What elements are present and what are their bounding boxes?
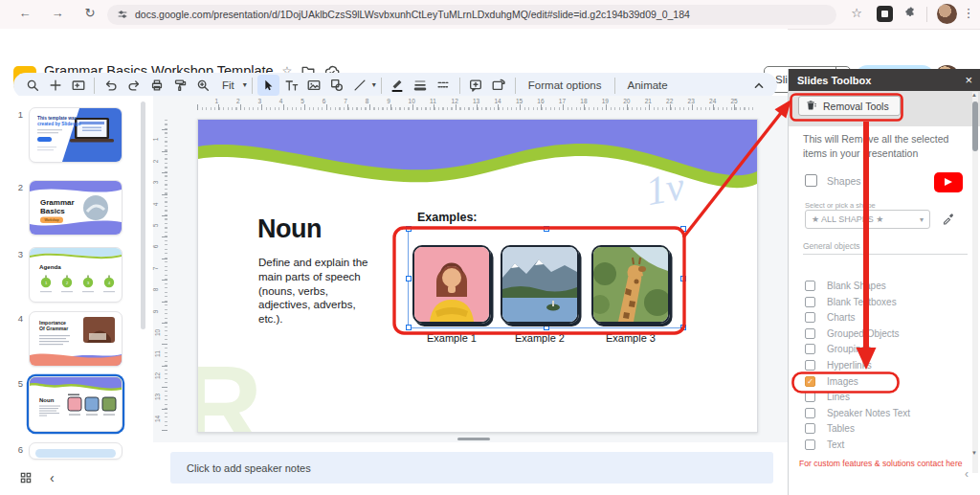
print-icon[interactable] <box>145 75 167 96</box>
removal-tools-button[interactable]: Removal Tools <box>798 96 901 116</box>
slide-thumbnail-4[interactable]: Importance Of Grammar <box>29 311 122 367</box>
speaker-notes-input[interactable]: Click to add speaker notes <box>170 452 773 484</box>
example-image-lake[interactable] <box>501 245 579 324</box>
forward-icon[interactable]: → <box>48 6 67 20</box>
reload-icon[interactable]: ↻ <box>80 6 100 20</box>
selection-handle[interactable] <box>544 325 549 330</box>
shape-dropdown[interactable]: ★ ALL SHAPES ★ ▾ <box>805 210 930 229</box>
shapes-checkbox[interactable] <box>805 174 817 187</box>
animate-button[interactable]: Animate <box>620 79 676 91</box>
selection-handle[interactable] <box>406 325 412 330</box>
zoom-in-icon[interactable] <box>191 75 213 96</box>
selection-handle[interactable] <box>406 276 412 281</box>
example-label[interactable]: Example 2 <box>501 332 579 344</box>
scroll-up-icon[interactable]: ▲ <box>971 92 977 98</box>
slide-thumbnail-5[interactable]: Noun <box>29 376 122 432</box>
eyedropper-icon[interactable] <box>942 211 956 225</box>
tables-checkbox[interactable] <box>805 423 815 434</box>
close-icon[interactable]: × <box>965 73 972 87</box>
address-bar[interactable]: docs.google.com/presentation/d/1DojUAklb… <box>107 5 836 25</box>
add-comment-icon[interactable] <box>465 75 487 96</box>
collapse-filmstrip-icon[interactable]: ‹ <box>50 470 55 485</box>
toolbox-item-label: Hyperlinks <box>827 360 872 371</box>
toolbox-item-text: Text <box>805 438 844 452</box>
hyperlinks-checkbox[interactable] <box>805 360 815 371</box>
puzzle-extensions-icon[interactable] <box>901 6 920 22</box>
blank-shapes-checkbox[interactable] <box>805 281 815 291</box>
ruler-number: 13 <box>154 394 161 400</box>
border-color-icon[interactable] <box>387 75 409 96</box>
shape-icon[interactable] <box>326 75 348 96</box>
back-icon[interactable]: ← <box>15 6 34 20</box>
search-icon[interactable] <box>21 75 43 96</box>
slide-thumbnail-2[interactable]: Grammar Basics Workshop <box>29 180 122 236</box>
text-checkbox[interactable] <box>805 439 815 450</box>
toolbox-item-label: Images <box>827 376 858 387</box>
toolbox-item-label: Blank Shapes <box>827 281 886 291</box>
bookmark-star-icon[interactable]: ☆ <box>847 6 866 20</box>
redo-icon[interactable] <box>122 75 145 96</box>
toolbox-item-label: Speaker Notes Text <box>827 408 910 418</box>
border-dash-icon[interactable] <box>433 75 455 96</box>
toolbox-scrollbar-thumb[interactable] <box>972 101 978 151</box>
current-slide[interactable]: 1v R Noun Define and explain themain par… <box>197 119 758 433</box>
divider <box>803 254 968 255</box>
replace-image-icon[interactable] <box>488 75 510 96</box>
extension-icon[interactable] <box>877 6 893 22</box>
slide-thumbnail-3[interactable]: Agenda 1 2 3 4 <box>29 247 122 303</box>
panel-collapse-icon[interactable]: ‹ <box>965 467 969 481</box>
toolbox-item-label: Charts <box>827 312 855 323</box>
text-box-icon[interactable] <box>280 75 302 96</box>
collapse-toolbar-icon[interactable] <box>747 75 769 96</box>
youtube-icon[interactable] <box>934 172 963 192</box>
example-label[interactable]: Example 1 <box>412 332 491 344</box>
ruler-number: 18 <box>580 98 587 104</box>
selection-handle[interactable] <box>544 226 549 232</box>
selection-handle[interactable] <box>680 226 686 232</box>
example-image-giraffe[interactable] <box>591 245 670 324</box>
notes-resize-handle[interactable] <box>457 438 490 440</box>
grid-view-icon[interactable] <box>19 471 33 484</box>
select-cursor-icon[interactable] <box>257 75 279 96</box>
browser-menu-icon[interactable]: ⋮ <box>959 6 978 20</box>
plus-icon[interactable] <box>44 75 66 96</box>
border-weight-icon[interactable] <box>410 75 432 96</box>
toolbox-item-hyperlinks: Hyperlinks <box>805 358 872 372</box>
lines-checkbox[interactable] <box>805 392 815 402</box>
slide-title-text[interactable]: Noun <box>257 214 322 244</box>
selection-handle[interactable] <box>680 325 686 330</box>
toolbox-item-label: Groupings <box>827 344 871 354</box>
undo-icon[interactable] <box>100 75 122 96</box>
insert-image-icon[interactable] <box>303 75 325 96</box>
svg-text:Agenda: Agenda <box>39 263 61 270</box>
format-options-button[interactable]: Format options <box>521 79 610 91</box>
toolbox-item-blank-shapes: Blank Shapes <box>805 279 886 293</box>
examples-heading[interactable]: Examples: <box>417 211 478 224</box>
chevron-down-icon[interactable]: ▾ <box>243 81 247 89</box>
grouped-objects-checkbox[interactable] <box>805 328 815 339</box>
scroll-down-icon[interactable]: ▼ <box>971 450 977 456</box>
chevron-down-icon[interactable]: ▾ <box>372 81 376 89</box>
speaker-notes-text-checkbox[interactable] <box>805 408 815 418</box>
slide-thumbnail-1[interactable]: This template was created by Slidesgo <box>29 107 122 163</box>
ruler-number: 4 <box>152 202 159 206</box>
selection-handle[interactable] <box>406 226 412 232</box>
selection-handle[interactable] <box>680 276 686 281</box>
example-label[interactable]: Example 3 <box>591 332 670 344</box>
svg-text:This template was: This template was <box>37 116 78 121</box>
contact-link[interactable]: For custom features & solutions contact … <box>799 459 977 468</box>
blank-textboxes-checkbox[interactable] <box>805 297 815 307</box>
paint-format-icon[interactable] <box>168 75 190 96</box>
example-image-woman[interactable] <box>412 245 491 324</box>
filmstrip-scrollbar[interactable] <box>141 101 145 329</box>
new-slide-icon[interactable] <box>67 75 89 96</box>
line-icon[interactable] <box>349 75 371 96</box>
ruler-number: 9 <box>387 98 390 104</box>
groupings-checkbox[interactable] <box>805 344 815 354</box>
slide-thumbnail-6[interactable] <box>29 442 122 460</box>
browser-profile-avatar[interactable] <box>937 4 957 24</box>
ruler-number: 24 <box>709 98 716 104</box>
fit-button[interactable]: Fit <box>214 79 242 91</box>
images-checkbox[interactable]: ✓ <box>805 376 815 387</box>
charts-checkbox[interactable] <box>805 312 815 323</box>
